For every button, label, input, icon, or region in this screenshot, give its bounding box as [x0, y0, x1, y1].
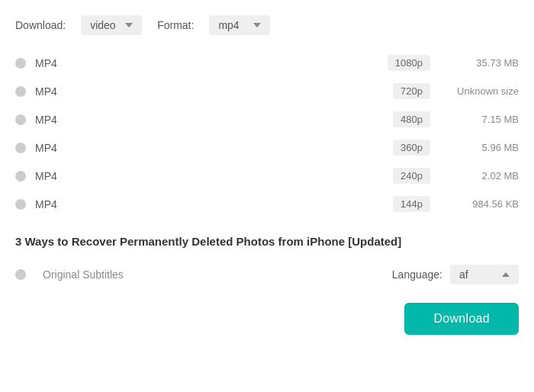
subtitle-label: Original Subtitles: [15, 268, 392, 281]
row-resolution: 240p: [393, 168, 430, 184]
table-row[interactable]: MP4 1080p 35.73 MB: [15, 49, 519, 77]
row-size: 984.56 KB: [442, 198, 519, 210]
row-resolution: 480p: [393, 111, 430, 127]
format-label: Format:: [157, 19, 194, 31]
download-label: Download:: [15, 19, 66, 31]
row-size: Unknown size: [442, 85, 519, 97]
row-format: MP4: [35, 198, 393, 210]
format-value: mp4: [218, 19, 239, 31]
row-resolution: 1080p: [388, 55, 430, 71]
row-radio[interactable]: [15, 143, 26, 153]
top-bar: Download: video Format: mp4: [15, 15, 519, 35]
row-size: 2.02 MB: [442, 170, 519, 182]
row-format: MP4: [35, 85, 393, 98]
table-row[interactable]: MP4 360p 5.96 MB: [15, 133, 519, 162]
video-title: 3 Ways to Recover Permanently Deleted Ph…: [15, 233, 519, 249]
format-dropdown[interactable]: mp4: [209, 15, 270, 35]
video-list: MP4 1080p 35.73 MB MP4 720p Unknown size…: [15, 49, 519, 218]
table-row[interactable]: MP4 240p 2.02 MB: [15, 162, 519, 190]
row-resolution: 144p: [393, 196, 430, 212]
row-radio[interactable]: [15, 86, 26, 97]
chevron-down-icon: [125, 23, 133, 27]
row-resolution: 720p: [393, 83, 430, 99]
bottom-bar: Download: [15, 303, 519, 335]
row-format: MP4: [35, 142, 393, 154]
subtitle-text: Original Subtitles: [43, 268, 124, 281]
language-section: Language: af: [392, 265, 519, 284]
language-dropdown[interactable]: af: [450, 265, 519, 284]
row-resolution: 360p: [393, 140, 430, 156]
row-radio[interactable]: [15, 199, 26, 210]
chevron-down-icon-2: [253, 23, 261, 27]
row-radio[interactable]: [15, 171, 26, 182]
row-radio[interactable]: [15, 114, 26, 125]
language-label: Language:: [392, 268, 442, 281]
download-type-dropdown[interactable]: video: [81, 15, 142, 35]
language-value: af: [459, 268, 468, 281]
row-radio[interactable]: [15, 58, 26, 69]
table-row[interactable]: MP4 144p 984.56 KB: [15, 190, 519, 218]
chevron-up-icon: [502, 272, 510, 277]
row-format: MP4: [35, 57, 388, 69]
row-format: MP4: [35, 170, 393, 182]
subtitle-radio[interactable]: [15, 269, 26, 280]
row-size: 7.15 MB: [442, 114, 519, 125]
row-format: MP4: [35, 114, 393, 126]
table-row[interactable]: MP4 480p 7.15 MB: [15, 105, 519, 133]
row-size: 35.73 MB: [442, 57, 519, 69]
row-size: 5.96 MB: [442, 142, 519, 153]
download-button[interactable]: Download: [404, 303, 519, 335]
subtitle-row: Original Subtitles Language: af: [15, 265, 519, 284]
table-row[interactable]: MP4 720p Unknown size: [15, 77, 519, 105]
download-type-value: video: [90, 19, 115, 31]
